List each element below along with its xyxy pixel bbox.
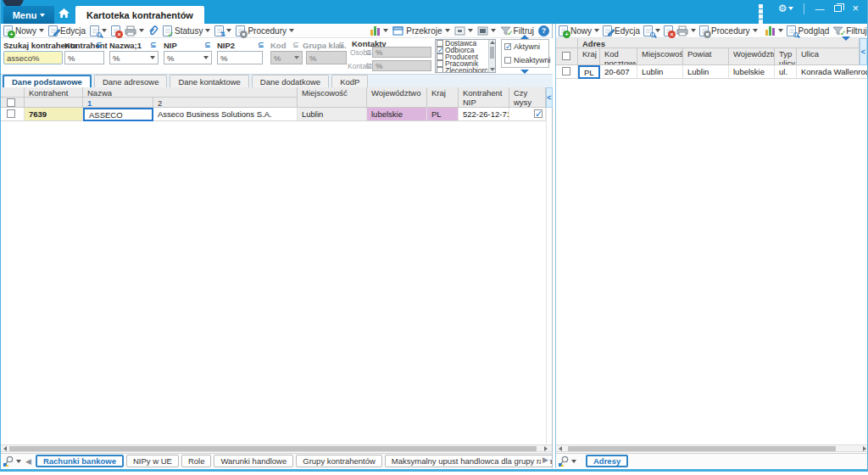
scroll-left-icon[interactable]: [559, 446, 562, 451]
column-header-kontrahent[interactable]: Kontrahent: [25, 87, 83, 98]
right-horizontal-scrollbar[interactable]: [556, 444, 868, 452]
scroll-right-icon[interactable]: [863, 446, 866, 451]
wezwania-checkbox[interactable]: [534, 109, 542, 118]
column-header-nazwa[interactable]: Nazwa: [83, 87, 298, 98]
cell-kontrahent[interactable]: 7639: [25, 108, 83, 121]
tabs-scroll-right[interactable]: ▶: [541, 455, 550, 464]
left-horizontal-scrollbar[interactable]: [1, 444, 552, 452]
bottom-tab-nipy-w-ue[interactable]: NIPy w UE: [126, 455, 179, 467]
filter-button[interactable]: ✓ Filtruj: [832, 26, 866, 36]
column-header-czy-wezwania[interactable]: Czy wysy wezwanie: [509, 87, 546, 108]
scrollbar-thumb[interactable]: [490, 47, 494, 59]
select-all-checkbox[interactable]: [7, 98, 15, 107]
quick-search-button[interactable]: [3, 455, 21, 467]
row-checkbox[interactable]: [562, 67, 570, 75]
column-group-adres[interactable]: Adres: [578, 38, 860, 48]
cell-wojewodztwo[interactable]: lubelskie: [367, 108, 427, 121]
expand-filter-icon[interactable]: [842, 36, 850, 41]
bottom-tab-role[interactable]: Role: [181, 455, 212, 467]
chart-button[interactable]: [370, 25, 388, 36]
procedures-button[interactable]: Procedury: [236, 25, 294, 36]
inactive-option[interactable]: Nieaktywni: [504, 56, 548, 64]
filter-button[interactable]: ✓ Filtruj: [500, 26, 534, 36]
checkbox[interactable]: [437, 67, 443, 73]
print-button[interactable]: [676, 25, 696, 36]
subset-operator-icon[interactable]: ⊆: [96, 41, 103, 49]
column-header-ulica[interactable]: Ulica: [797, 48, 860, 65]
column-header-kontrahent-nip[interactable]: Kontrahent NIP: [459, 87, 509, 108]
subset-operator-icon[interactable]: ⊆: [150, 41, 157, 49]
nip-filter-select[interactable]: %: [164, 51, 212, 64]
cell-ulica[interactable]: Konrada Wallenroda: [797, 65, 868, 79]
scroll-right-icon[interactable]: [544, 446, 548, 451]
column-header-miejscowosc[interactable]: Miejscowość: [637, 48, 683, 65]
listbox-scrollbar[interactable]: [488, 40, 495, 72]
statuses-button[interactable]: ✓ Statusy: [163, 25, 210, 36]
scrollbar-thumb[interactable]: [568, 446, 836, 451]
quick-search-button[interactable]: [558, 455, 576, 467]
layout-option-2-button[interactable]: [477, 26, 496, 36]
role-listbox[interactable]: Dostawca Odbiorca Producent Pracownik Zl…: [435, 39, 496, 73]
menu-button[interactable]: Menu: [3, 6, 54, 24]
new-button[interactable]: + Nowy: [559, 25, 599, 36]
scrollbar-thumb[interactable]: [9, 446, 537, 451]
column-header-powiat[interactable]: Powiat: [683, 48, 729, 65]
column-header-wojewodztwo[interactable]: Województwo: [367, 87, 427, 108]
cell-wojewodztwo[interactable]: lubelskie: [729, 65, 775, 79]
kontrahent-filter-input[interactable]: [64, 51, 104, 64]
bottom-tab-maksymalny-upust[interactable]: Maksymalny upust handlowca dla grupy rab…: [385, 455, 552, 467]
column-header-kod-pocztowy[interactable]: Kod pocztowy: [600, 48, 637, 65]
search-input[interactable]: [3, 51, 63, 64]
cell-powiat[interactable]: Lublin: [683, 65, 729, 79]
bottom-tab-adresy[interactable]: Adresy: [586, 455, 628, 467]
collapse-columns-handle[interactable]: <: [860, 38, 867, 65]
cell-wezwania[interactable]: [509, 108, 546, 121]
search-document-button[interactable]: [643, 25, 660, 36]
close-button[interactable]: ×: [852, 3, 859, 14]
minimize-button[interactable]: —: [815, 3, 824, 14]
delete-button[interactable]: ×: [664, 25, 673, 36]
preview-button[interactable]: Podgląd: [787, 25, 830, 36]
edit-button[interactable]: Edycja: [603, 25, 640, 36]
search-document-button[interactable]: [90, 25, 107, 36]
list-item[interactable]: Zleceniobiorca: [436, 67, 495, 73]
column-subheader-1[interactable]: 1: [83, 98, 153, 108]
cell-kraj[interactable]: PL: [427, 108, 459, 121]
cell-kraj-selected[interactable]: PL: [578, 65, 600, 79]
column-header-miejscowosc[interactable]: Miejscowość: [298, 87, 367, 108]
cell-nazwa2[interactable]: Asseco Business Solutions S.A.: [153, 108, 298, 121]
scroll-left-icon[interactable]: [3, 446, 7, 451]
home-button[interactable]: [58, 8, 71, 20]
tab-dane-adresowe[interactable]: Dane adresowe: [94, 75, 168, 87]
scroll-down-icon[interactable]: [490, 68, 495, 71]
column-header-kraj[interactable]: Kraj: [427, 87, 459, 108]
checkbox[interactable]: [437, 60, 443, 67]
przekroje-button[interactable]: Przekroje: [392, 26, 449, 36]
column-header-kraj[interactable]: Kraj: [578, 48, 600, 65]
cell-miejscowosc[interactable]: Lublin: [298, 108, 367, 121]
tab-kartoteka-kontrahentow[interactable]: Kartoteka kontrahentów: [75, 6, 204, 24]
bottom-tab-warunki-handlowe[interactable]: Warunki handlowe: [214, 455, 293, 467]
help-button[interactable]: ?: [538, 25, 549, 36]
column-header-typ-ulicy[interactable]: Typ ulicy: [775, 48, 797, 65]
select-all-checkbox[interactable]: [562, 52, 570, 60]
apps-grid-icon[interactable]: [759, 4, 768, 14]
attachment-button[interactable]: [148, 25, 159, 36]
checkbox[interactable]: [504, 57, 511, 64]
subset-operator-icon[interactable]: ⊆: [204, 41, 211, 49]
column-header-wojewodztwo[interactable]: Województwo: [729, 48, 775, 65]
cell-typ-ulicy[interactable]: ul.: [775, 65, 797, 79]
tab-dane-kontaktowe[interactable]: Dane kontaktowe: [170, 75, 248, 87]
checkbox[interactable]: [437, 53, 443, 60]
scroll-up-icon[interactable]: [490, 41, 495, 44]
active-option[interactable]: Aktywni: [504, 42, 548, 51]
delete-button[interactable]: ×: [111, 25, 120, 36]
restore-button[interactable]: [834, 5, 842, 12]
subset-operator-icon[interactable]: ⊆: [258, 41, 264, 49]
collapse-columns-handle[interactable]: <: [546, 87, 553, 108]
transfer-button[interactable]: ⇅: [214, 25, 231, 36]
cell-miejscowosc[interactable]: Lublin: [637, 65, 683, 79]
cell-nip[interactable]: 522-26-12-717: [459, 108, 509, 121]
checkbox[interactable]: [437, 47, 443, 53]
new-button[interactable]: + Nowy: [3, 25, 44, 36]
